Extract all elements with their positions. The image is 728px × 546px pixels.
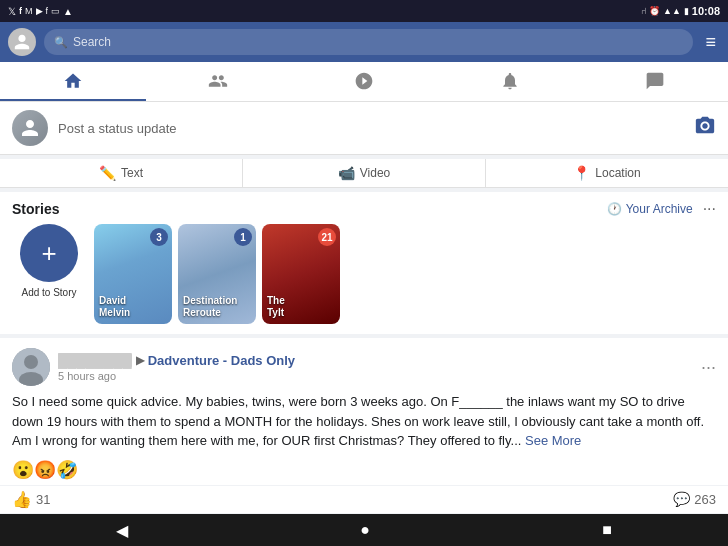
location-icon: 📍: [573, 165, 590, 181]
status-bar: 𝕏 f M ▶ f ▭ ▲ ⑁ ⏰ ▲▲ ▮ 10:08: [0, 0, 728, 22]
text-action-btn[interactable]: ✏️ Text: [0, 159, 243, 187]
tab-bar: [0, 62, 728, 102]
status-time: 10:08: [692, 5, 720, 17]
post-user-avatar: [12, 348, 50, 386]
likes-count: 31: [36, 492, 50, 507]
status-icons-left: 𝕏 f M ▶ f ▭ ▲: [8, 6, 73, 17]
back-btn[interactable]: ◀: [96, 517, 148, 544]
story-badge-2: 1: [234, 228, 252, 246]
nav-avatar[interactable]: [8, 28, 36, 56]
fb2-icon: f: [46, 6, 49, 16]
nav-bar: 🔍 Search ≡: [0, 22, 728, 62]
post-actions: ✏️ Text 📹 Video 📍 Location: [0, 159, 728, 188]
video-action-label: Video: [360, 166, 390, 180]
story-name-3: TheTylt: [267, 295, 285, 319]
signal-icon: ▲▲: [663, 6, 681, 16]
comment-icon: 💬: [673, 491, 690, 507]
twitter-icon: 𝕏: [8, 6, 16, 17]
bluetooth-icon: ⑁: [641, 6, 646, 16]
alarm-icon: ⏰: [649, 6, 660, 16]
story-name-2: DestinationReroute: [183, 295, 237, 319]
post-group-arrow: ▶: [136, 354, 144, 367]
add-story-circle: +: [20, 224, 78, 282]
story-badge-1: 3: [150, 228, 168, 246]
post-user-name: ████████ ▶ Dadventure - Dads Only: [58, 353, 693, 368]
status-icons-right: ⑁ ⏰ ▲▲ ▮ 10:08: [641, 5, 720, 17]
post-stats-row: 👍 31 💬 263: [0, 485, 728, 514]
stories-header: Stories 🕐 Your Archive ···: [0, 192, 728, 224]
likes-stat[interactable]: 👍 31: [12, 490, 50, 509]
tab-notifications[interactable]: [437, 62, 583, 101]
hamburger-menu[interactable]: ≡: [701, 28, 720, 57]
post-time: 5 hours ago: [58, 370, 693, 382]
search-label: Search: [73, 35, 111, 49]
archive-clock-icon: 🕐: [607, 202, 622, 216]
see-more-btn[interactable]: See More: [525, 433, 581, 448]
tab-messages[interactable]: [582, 62, 728, 101]
desktop-icon: ▭: [51, 6, 60, 16]
video-icon: 📹: [338, 165, 355, 181]
location-action-label: Location: [595, 166, 640, 180]
story-badge-3: 21: [318, 228, 336, 246]
svg-point-1: [24, 355, 38, 369]
post-emoji-reactions: 😮😡🤣: [0, 459, 728, 485]
recent-apps-btn[interactable]: ■: [582, 517, 632, 543]
bottom-nav: ◀ ● ■: [0, 514, 728, 546]
post-body-text: So I need some quick advice. My babies, …: [0, 392, 728, 459]
post-more-btn[interactable]: ···: [701, 357, 716, 378]
comments-stat[interactable]: 💬 263: [673, 490, 716, 509]
story-card-3[interactable]: TheTylt 21: [262, 224, 340, 324]
tab-friends[interactable]: [146, 62, 292, 101]
tab-home[interactable]: [0, 62, 146, 101]
add-story-label: Add to Story: [21, 287, 76, 298]
post-status-input[interactable]: Post a status update: [58, 121, 684, 136]
search-icon: 🔍: [54, 36, 68, 49]
text-icon: ✏️: [99, 165, 116, 181]
stories-section: Stories 🕐 Your Archive ··· + Add to Stor…: [0, 192, 728, 334]
text-action-label: Text: [121, 166, 143, 180]
post-box-avatar: [12, 110, 48, 146]
youtube-icon: ▶: [36, 6, 43, 16]
stories-title: Stories: [12, 201, 59, 217]
location-action-btn[interactable]: 📍 Location: [486, 159, 728, 187]
story-card-2[interactable]: DestinationReroute 1: [178, 224, 256, 324]
video-action-btn[interactable]: 📹 Video: [243, 159, 486, 187]
like-icon: 👍: [12, 490, 32, 509]
add-story-btn[interactable]: + Add to Story: [10, 224, 88, 324]
comments-count: 263: [694, 492, 716, 507]
your-archive-btn[interactable]: 🕐 Your Archive: [607, 202, 693, 216]
post-user-info: ████████ ▶ Dadventure - Dads Only 5 hour…: [58, 353, 693, 382]
home-btn[interactable]: ●: [340, 517, 390, 543]
story-name-1: DavidMelvin: [99, 295, 130, 319]
post-text-content: So I need some quick advice. My babies, …: [12, 394, 704, 448]
post-header: ████████ ▶ Dadventure - Dads Only 5 hour…: [0, 338, 728, 392]
stories-row: + Add to Story DavidMelvin 3 Destination…: [0, 224, 728, 334]
archive-label: Your Archive: [626, 202, 693, 216]
user-name-blurred: ████████: [58, 353, 132, 368]
tab-watch[interactable]: [291, 62, 437, 101]
story-card-1[interactable]: DavidMelvin 3: [94, 224, 172, 324]
battery-icon: ▮: [684, 6, 689, 16]
stories-more-icon[interactable]: ···: [703, 200, 716, 218]
post-group-name[interactable]: Dadventure - Dads Only: [148, 353, 295, 368]
wifi-icon: ▲: [63, 6, 73, 17]
fb-icon: f: [19, 6, 22, 16]
camera-icon[interactable]: [694, 115, 716, 141]
search-bar[interactable]: 🔍 Search: [44, 29, 693, 55]
post-box: Post a status update: [0, 102, 728, 155]
gmail-icon: M: [25, 6, 33, 16]
